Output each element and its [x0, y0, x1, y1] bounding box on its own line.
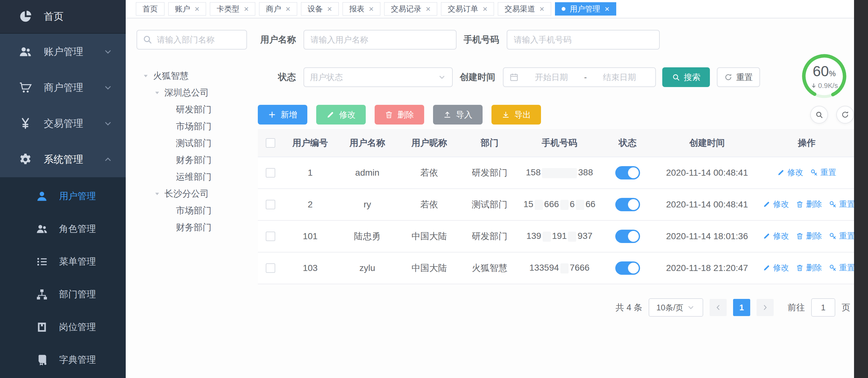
redaction-blur [568, 232, 576, 242]
export-button[interactable]: 导出 [492, 105, 541, 124]
close-tab-icon[interactable]: × [539, 5, 544, 13]
redaction-blur [542, 232, 551, 242]
tree-node[interactable]: 财务部门 [136, 151, 248, 168]
tree-node[interactable]: 测试部门 [136, 135, 248, 151]
tab-item[interactable]: 交易订单× [441, 2, 494, 16]
close-tab-icon[interactable]: × [195, 5, 199, 13]
tree-node[interactable]: 火狐智慧 [136, 67, 248, 84]
close-tab-icon[interactable]: × [426, 5, 431, 13]
tree-node[interactable]: 财务部门 [136, 219, 248, 236]
add-button[interactable]: 新增 [258, 105, 307, 124]
row-checkbox[interactable] [266, 232, 275, 241]
close-tab-icon[interactable]: × [285, 5, 290, 13]
tab-item[interactable]: 账户× [168, 2, 206, 16]
date-range-picker[interactable]: 开始日期 - 结束日期 [503, 67, 656, 87]
tab-item[interactable]: 首页 [136, 2, 164, 16]
tree-node[interactable]: 长沙分公司 [136, 185, 248, 202]
gauge-text: 60 % 0.9K/s [799, 52, 849, 101]
tab-item[interactable]: 报表× [343, 2, 380, 16]
tree-node[interactable]: 研发部门 [136, 101, 248, 118]
select-all-checkbox[interactable] [266, 138, 275, 148]
edit-action-link[interactable]: 修改 [763, 231, 789, 241]
next-page-button[interactable] [756, 299, 774, 316]
caret-down-icon [142, 72, 150, 80]
username-input[interactable] [304, 30, 457, 50]
close-tab-icon[interactable]: × [244, 5, 249, 13]
close-tab-icon[interactable]: × [605, 5, 610, 13]
row-checkbox[interactable] [266, 263, 275, 273]
sidebar-subitem[interactable]: 参数设置 [0, 376, 126, 378]
status-toggle[interactable] [615, 166, 640, 179]
goto-unit-label: 页 [842, 302, 850, 313]
page-size-select[interactable]: 10条/页 [649, 298, 703, 317]
close-tab-icon[interactable]: × [483, 5, 487, 13]
column-header: 创建时间 [655, 129, 760, 157]
tab-item[interactable]: 用户管理× [555, 2, 616, 16]
search-button[interactable]: 搜索 [662, 67, 710, 87]
column-header: 操作 [760, 129, 854, 157]
delete-action-link[interactable]: 删除 [796, 262, 822, 273]
delete-action-label: 删除 [806, 199, 822, 209]
tree-node[interactable]: 市场部门 [136, 202, 248, 219]
tree-node[interactable]: 运维部门 [136, 168, 248, 185]
refresh-table-button[interactable] [836, 106, 854, 123]
dept-search-input[interactable] [136, 30, 247, 50]
reset-action-link[interactable]: 重置 [829, 262, 854, 273]
status-toggle[interactable] [615, 261, 640, 275]
delete-button[interactable]: 删除 [375, 105, 424, 124]
row-checkbox[interactable] [266, 200, 275, 209]
calendar-icon [509, 72, 519, 82]
sidebar-item[interactable]: 系统管理 [0, 141, 126, 177]
sidebar-item-label: 首页 [44, 10, 63, 23]
sidebar-subitem[interactable]: 字典管理 [0, 343, 126, 376]
close-tab-icon[interactable]: × [327, 5, 332, 13]
status-select[interactable]: 用户状态 [304, 67, 453, 87]
sidebar-subitem[interactable]: 岗位管理 [0, 311, 126, 343]
edit-action-link[interactable]: 修改 [763, 199, 789, 209]
import-button[interactable]: 导入 [433, 105, 483, 124]
reset-action-label: 重置 [839, 231, 854, 241]
prev-page-button[interactable] [710, 299, 727, 316]
reset-button[interactable]: 重置 [717, 67, 760, 87]
tab-item[interactable]: 卡类型× [210, 2, 255, 16]
edit-action-link[interactable]: 修改 [777, 167, 803, 178]
edit-action-link[interactable]: 修改 [763, 262, 789, 273]
tree-node[interactable]: 深圳总公司 [136, 84, 248, 101]
user-nick-cell: 中国大陆 [398, 221, 461, 252]
tab-label: 账户 [175, 4, 190, 14]
sidebar-item[interactable]: 账户管理 [0, 34, 126, 69]
reset-action-link[interactable]: 重置 [829, 199, 854, 209]
redaction-blur [560, 200, 568, 210]
phone-segment: 133594 [529, 263, 559, 272]
tab-item[interactable]: 设备× [301, 2, 339, 16]
close-tab-icon[interactable]: × [369, 5, 374, 13]
phone-cell: 158388 [518, 157, 601, 189]
status-toggle[interactable] [615, 198, 640, 211]
tab-item[interactable]: 交易记录× [384, 2, 437, 16]
phone-input[interactable] [507, 30, 660, 50]
tree-node[interactable]: 市场部门 [136, 118, 248, 135]
sidebar-item[interactable]: 交易管理 [0, 106, 126, 141]
sidebar-item[interactable]: 商户管理 [0, 69, 126, 106]
sidebar-subitem[interactable]: 菜单管理 [0, 245, 126, 278]
edit-button[interactable]: 修改 [316, 105, 366, 124]
tab-item[interactable]: 商户× [259, 2, 297, 16]
reset-action-link[interactable]: 重置 [829, 231, 854, 241]
page-1-button[interactable]: 1 [733, 299, 750, 316]
sidebar-subitem[interactable]: 部门管理 [0, 278, 126, 311]
reset-action-link[interactable]: 重置 [810, 167, 836, 178]
delete-action-link[interactable]: 删除 [796, 199, 822, 209]
goto-page-input[interactable] [811, 298, 835, 317]
row-checkbox[interactable] [266, 168, 275, 178]
toggle-search-button[interactable] [810, 106, 828, 123]
column-header: 用户昵称 [398, 129, 461, 157]
sidebar-subitem[interactable]: 用户管理 [0, 180, 126, 212]
caret-down-icon [153, 89, 161, 97]
delete-action-link[interactable]: 删除 [796, 231, 822, 241]
key-icon [829, 232, 837, 240]
status-toggle[interactable] [615, 230, 640, 243]
tab-item[interactable]: 交易渠道× [498, 2, 551, 16]
phone-cell: 15666666 [518, 189, 601, 221]
sidebar-item-home[interactable]: 首页 [0, 0, 126, 34]
sidebar-subitem[interactable]: 角色管理 [0, 212, 126, 245]
